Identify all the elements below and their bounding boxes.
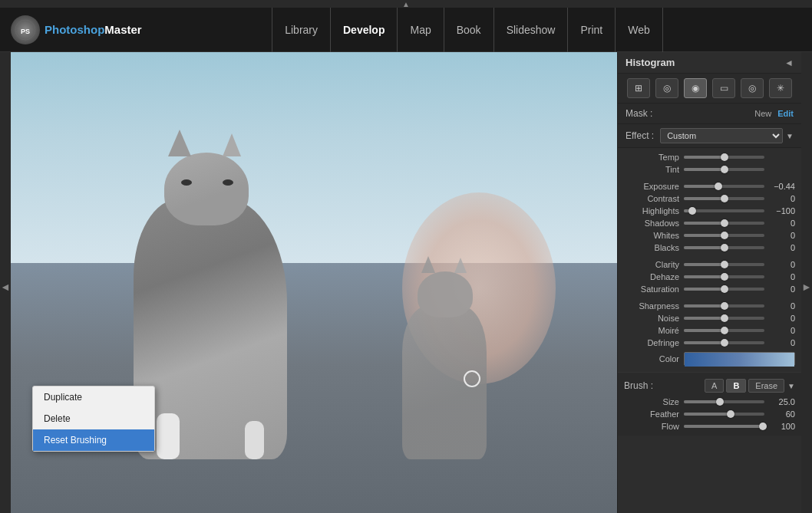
- top-navigation: PS PhotoshopMaster Library Develop Map B…: [0, 8, 812, 52]
- sharpness-slider[interactable]: [684, 304, 764, 307]
- ctx-reset-brushing[interactable]: Reset Brushing: [33, 429, 154, 451]
- left-panel-arrow-icon: ◄: [0, 281, 11, 293]
- contrast-slider[interactable]: [684, 197, 764, 200]
- right-panel-toggle[interactable]: ►: [801, 52, 812, 513]
- tool-circle-icon[interactable]: ◎: [655, 78, 678, 98]
- sharpness-value: 0: [767, 301, 795, 311]
- brush-flow-slider[interactable]: [684, 425, 764, 428]
- sharpness-label: Sharpness: [624, 301, 679, 311]
- brush-mode-a-button[interactable]: A: [705, 379, 724, 393]
- tint-slider[interactable]: [684, 168, 764, 171]
- mask-label: Mask :: [626, 108, 754, 119]
- blacks-row: Blacks 0: [618, 242, 801, 254]
- nav-links: Library Develop Map Book Slideshow Print…: [123, 8, 812, 52]
- nav-print[interactable]: Print: [568, 8, 616, 52]
- nav-web[interactable]: Web: [616, 8, 663, 52]
- noise-value: 0: [767, 314, 795, 323]
- nav-slideshow[interactable]: Slideshow: [494, 8, 569, 52]
- exposure-slider[interactable]: [684, 185, 764, 188]
- whites-row: Whites 0: [618, 229, 801, 242]
- effect-dropdown-icon: ▼: [786, 132, 794, 140]
- whites-value: 0: [767, 231, 795, 240]
- nav-library[interactable]: Library: [272, 8, 331, 52]
- brush-dropdown-icon: ▼: [787, 382, 795, 390]
- histogram-collapse-icon[interactable]: ◄: [784, 58, 794, 68]
- moire-row: Moiré 0: [618, 324, 801, 337]
- whites-slider[interactable]: [684, 234, 764, 237]
- nav-develop[interactable]: Develop: [331, 8, 398, 52]
- context-menu: Duplicate Delete Reset Brushing: [32, 386, 155, 452]
- effect-row: Effect : Custom ▼: [618, 124, 801, 148]
- highlights-value: −100: [767, 206, 795, 215]
- sharpness-row: Sharpness 0: [618, 300, 801, 312]
- effect-label: Effect :: [626, 130, 654, 141]
- image-canvas[interactable]: Duplicate Delete Reset Brushing: [11, 52, 617, 513]
- ctx-delete[interactable]: Delete: [33, 408, 154, 429]
- brush-mode-erase-button[interactable]: Erase: [748, 379, 784, 393]
- tool-brush-icon[interactable]: ◉: [684, 78, 707, 98]
- color-row: Color: [618, 349, 801, 369]
- temp-slider[interactable]: [684, 156, 764, 159]
- effect-select[interactable]: Custom: [660, 128, 783, 143]
- cat-main-body: [134, 199, 287, 459]
- cat-ear-left: [168, 130, 191, 156]
- blacks-slider[interactable]: [684, 246, 764, 249]
- shadows-slider[interactable]: [684, 222, 764, 225]
- brush-size-value: 25.0: [767, 397, 795, 406]
- nav-map[interactable]: Map: [398, 8, 444, 52]
- sliders-section: Temp Tint Exposure: [618, 148, 801, 372]
- color-label: Color: [624, 354, 679, 363]
- highlights-row: Highlights −100: [618, 205, 801, 217]
- clarity-label: Clarity: [624, 260, 679, 269]
- tool-gradient-icon[interactable]: ◎: [741, 78, 764, 98]
- nav-book[interactable]: Book: [444, 8, 494, 52]
- brush-size-label: Size: [624, 397, 679, 406]
- temp-label: Temp: [624, 153, 679, 162]
- brush-feather-row: Feather 60: [618, 408, 801, 420]
- brush-flow-value: 100: [767, 422, 795, 431]
- dehaze-value: 0: [767, 272, 795, 281]
- brush-feather-slider[interactable]: [684, 413, 764, 416]
- brush-mode-b-button[interactable]: B: [726, 379, 746, 393]
- left-panel-toggle[interactable]: ◄: [0, 52, 11, 513]
- shadows-value: 0: [767, 219, 795, 228]
- brush-feather-label: Feather: [624, 409, 679, 419]
- brush-section: Brush : A B Erase ▼ Size 25.0 Feather: [618, 372, 801, 436]
- defringe-row: Defringe 0: [618, 337, 801, 349]
- defringe-slider[interactable]: [684, 341, 764, 344]
- brush-size-row: Size 25.0: [618, 396, 801, 408]
- defringe-label: Defringe: [624, 338, 679, 347]
- highlights-slider[interactable]: [684, 209, 764, 212]
- dehaze-slider[interactable]: [684, 275, 764, 278]
- logo-area: PS PhotoshopMaster: [0, 15, 123, 44]
- histogram-title: Histogram: [626, 57, 675, 68]
- brush-flow-label: Flow: [624, 422, 679, 431]
- clarity-slider[interactable]: [684, 263, 764, 266]
- brush-header-label: Brush :: [624, 380, 702, 391]
- tool-rect-icon[interactable]: ▭: [712, 78, 735, 98]
- highlights-label: Highlights: [624, 206, 679, 215]
- contrast-value: 0: [767, 194, 795, 203]
- noise-row: Noise 0: [618, 312, 801, 324]
- exposure-row: Exposure −0.44: [618, 180, 801, 192]
- logo-circle: PS: [11, 15, 40, 44]
- color-swatch[interactable]: [684, 352, 795, 366]
- brush-cursor: [464, 370, 480, 387]
- tool-star-icon[interactable]: ✳: [769, 78, 792, 98]
- tool-icons-bar: ⊞ ◎ ◉ ▭ ◎ ✳: [618, 74, 801, 104]
- whites-label: Whites: [624, 231, 679, 240]
- saturation-slider[interactable]: [684, 288, 764, 291]
- cat-head: [164, 153, 249, 225]
- saturation-row: Saturation 0: [618, 283, 801, 295]
- tint-label: Tint: [624, 165, 679, 174]
- moire-slider[interactable]: [684, 329, 764, 332]
- shadows-label: Shadows: [624, 219, 679, 228]
- moire-label: Moiré: [624, 326, 679, 335]
- main-area: ◄: [0, 52, 812, 513]
- ctx-duplicate[interactable]: Duplicate: [33, 386, 154, 408]
- brush-size-slider[interactable]: [684, 400, 764, 403]
- noise-slider[interactable]: [684, 317, 764, 320]
- mask-new-button[interactable]: New: [754, 109, 771, 118]
- mask-edit-button[interactable]: Edit: [777, 109, 794, 118]
- tool-grid-icon[interactable]: ⊞: [627, 78, 650, 98]
